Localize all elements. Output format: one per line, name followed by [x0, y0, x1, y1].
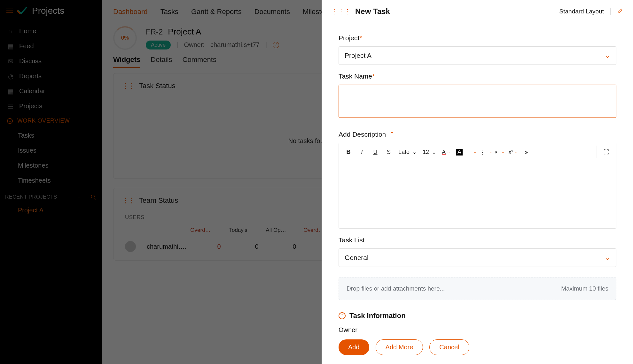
discuss-icon: ✉ [7, 58, 14, 65]
work-issues[interactable]: Issues [0, 143, 102, 158]
task-name-input[interactable] [339, 85, 616, 118]
panel-body: Project* Project A ⌄ Task Name* Add Desc… [322, 23, 633, 333]
recent-project-a[interactable]: Project A [0, 203, 102, 218]
nav-projects[interactable]: ☰Projects [0, 99, 102, 114]
superscript-button[interactable]: x²⌄ [507, 146, 520, 158]
subtab-widgets[interactable]: Widgets [113, 56, 140, 68]
field-label-text: Task List [339, 236, 616, 244]
filter-icon[interactable]: ≡ [76, 194, 82, 200]
app-name: Projects [32, 6, 64, 16]
tab-gantt[interactable]: Gantt & Reports [191, 8, 242, 16]
italic-button[interactable]: I [356, 146, 368, 158]
expand-button[interactable]: ⛶ [600, 146, 613, 158]
home-icon: ⌂ [7, 28, 14, 35]
chevron-down-icon: ⌄ [605, 52, 610, 59]
font-size-select[interactable]: 12⌄ [420, 146, 439, 158]
work-overview-list: Tasks Issues Milestones Timesheets [0, 128, 102, 188]
underline-button[interactable]: U [369, 146, 382, 158]
more-button[interactable]: » [520, 146, 533, 158]
highlight-button[interactable]: A [453, 146, 466, 158]
select-value: Lato [398, 149, 410, 155]
col-users: USERS [125, 214, 286, 221]
nav-label: Discuss [19, 57, 42, 65]
nav-reports[interactable]: ◔Reports [0, 69, 102, 84]
nav-discuss[interactable]: ✉Discuss [0, 54, 102, 69]
edit-icon[interactable] [617, 8, 623, 16]
select-value: General [345, 254, 369, 262]
panel-footer: Add Add More Cancel [322, 333, 633, 364]
chevron-circle-icon: ⌃ [339, 312, 346, 319]
field-project: Project* Project A ⌄ [339, 34, 616, 65]
subcol-overdue: Overd… [187, 227, 214, 233]
work-milestones[interactable]: Milestones [0, 158, 102, 173]
work-timesheets[interactable]: Timesheets [0, 173, 102, 188]
new-task-panel: ⋮⋮⋮ New Task Standard Layout Project* Pr… [322, 0, 633, 364]
card-title-text: Team Status [139, 196, 178, 205]
owner-label: Owner: [184, 41, 205, 49]
attachment-dropzone[interactable]: Drop files or add attachments here... Ma… [339, 277, 616, 300]
subtab-details[interactable]: Details [151, 56, 172, 68]
nav-label: Home [19, 27, 36, 35]
text-color-button[interactable]: A⌄ [440, 146, 452, 158]
info-icon[interactable]: i [273, 42, 279, 48]
work-overview-header[interactable]: ⌄ WORK OVERVIEW [0, 114, 102, 128]
work-tasks[interactable]: Tasks [0, 128, 102, 143]
search-icon[interactable] [90, 194, 97, 200]
panel-header: ⋮⋮⋮ New Task Standard Layout [322, 0, 633, 23]
editor-textarea[interactable] [339, 161, 616, 228]
projects-icon: ☰ [7, 103, 14, 110]
cell: 0 [281, 243, 308, 250]
add-more-button[interactable]: Add More [376, 339, 423, 355]
description-toggle[interactable]: Add Description ⌃ [339, 131, 616, 138]
chevron-circle-icon: ⌄ [7, 118, 13, 124]
tasklist-select[interactable]: General ⌄ [339, 248, 616, 267]
svg-point-0 [91, 195, 94, 198]
tab-documents[interactable]: Documents [254, 8, 290, 16]
cell: 0 [243, 243, 270, 250]
panel-title: New Task [355, 7, 559, 16]
task-info-section-header[interactable]: ⌃ Task Information [339, 312, 616, 320]
nav-calendar[interactable]: ▦Calendar [0, 84, 102, 99]
dropzone-limit: Maximum 10 files [561, 285, 608, 292]
grid-icon[interactable]: ⋮⋮⋮ [332, 8, 351, 15]
field-task-list: Task List General ⌄ [339, 236, 616, 267]
font-family-select[interactable]: Lato⌄ [396, 146, 419, 158]
select-value: Project A [345, 52, 371, 59]
add-button[interactable]: Add [339, 339, 369, 355]
chevron-down-icon: ⌄ [605, 254, 610, 262]
chevron-down-icon: ⌄ [447, 150, 450, 154]
recent-projects-header: RECENT PROJECTS ≡ | [0, 188, 102, 203]
project-key: FR-2 [146, 27, 163, 36]
cancel-button[interactable]: Cancel [429, 339, 469, 355]
tab-dashboard[interactable]: Dashboard [113, 8, 148, 16]
field-label-text: Task Name [339, 72, 372, 80]
user-name: charumathi…. [147, 243, 195, 250]
layout-selector[interactable]: Standard Layout [559, 8, 604, 15]
align-button[interactable]: ≡⌄ [466, 146, 479, 158]
avatar [125, 241, 136, 252]
tab-tasks[interactable]: Tasks [160, 8, 178, 16]
nav-label: Feed [19, 42, 34, 50]
card-title-text: Task Status [139, 82, 176, 90]
project-select[interactable]: Project A ⌄ [339, 46, 616, 65]
section-label: WORK OVERVIEW [17, 118, 70, 124]
drag-handle-icon[interactable]: ⋮⋮ [122, 82, 135, 90]
bold-button[interactable]: B [342, 146, 355, 158]
subtab-comments[interactable]: Comments [183, 56, 216, 68]
list-button[interactable]: ⋮≡⌄ [480, 146, 493, 158]
editor-toolbar: B I U S Lato⌄ 12⌄ A⌄ A ≡⌄ ⋮≡⌄ ⇤⌄ x²⌄ » ⛶ [339, 143, 616, 161]
chevron-up-icon: ⌃ [389, 131, 395, 138]
strike-button[interactable]: S [382, 146, 395, 158]
section-title-text: Task Information [349, 312, 406, 320]
indent-button[interactable]: ⇤⌄ [493, 146, 506, 158]
nav-label: Reports [19, 72, 42, 80]
chevron-down-icon: ⌄ [490, 150, 493, 154]
nav-feed[interactable]: ▤Feed [0, 39, 102, 54]
nav-label: Calendar [19, 87, 45, 95]
drag-handle-icon[interactable]: ⋮⋮ [122, 196, 135, 205]
sidebar: Projects ⌂Home ▤Feed ✉Discuss ◔Reports ▦… [0, 0, 102, 364]
field-task-name: Task Name* [339, 72, 616, 119]
nav-home[interactable]: ⌂Home [0, 24, 102, 39]
recent-projects-list: Project A [0, 203, 102, 218]
hamburger-icon[interactable] [6, 9, 13, 13]
